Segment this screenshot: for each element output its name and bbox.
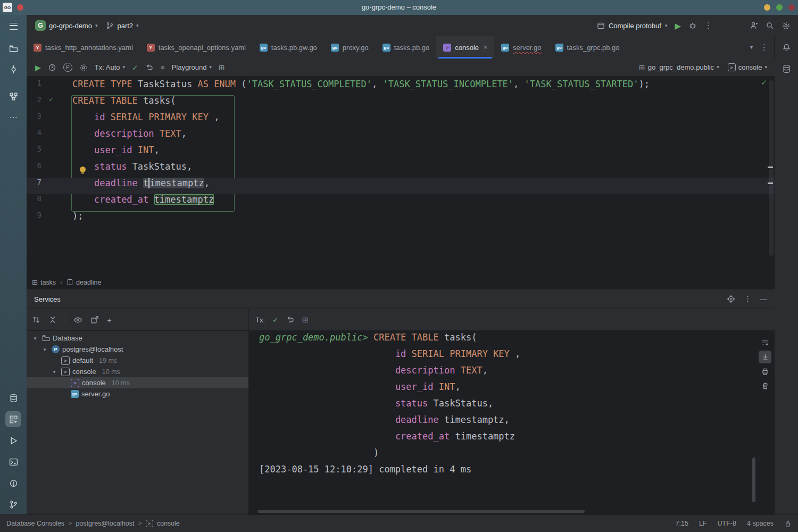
results-in-grid-button[interactable]: ⊞: [219, 63, 225, 72]
stop-button[interactable]: ■: [161, 63, 165, 71]
collapse-all-button[interactable]: [48, 315, 57, 324]
expand-all-button[interactable]: [32, 315, 40, 324]
chevron-down-icon[interactable]: ▾: [31, 336, 39, 341]
status-crumb-postgres-localhost[interactable]: postgres@localhost: [76, 520, 134, 527]
database-tool-button[interactable]: [5, 390, 21, 406]
code-line-4[interactable]: 4 description TEXT,: [27, 128, 775, 145]
indent-widget[interactable]: 4 spaces: [747, 520, 774, 527]
problems-tool-button[interactable]: [5, 475, 21, 491]
open-in-editor-button[interactable]: [90, 315, 99, 324]
tab-server-go[interactable]: goserver.go: [494, 36, 548, 59]
code-line-6[interactable]: 6 status TaskStatus,: [27, 161, 775, 178]
code-with-me-button[interactable]: [750, 21, 758, 30]
code-line-5[interactable]: 5 user_id INT,: [27, 145, 775, 161]
tab-console[interactable]: >console×: [436, 36, 494, 59]
schema-selector[interactable]: ⊞ go_grpc_demo.public ▾: [639, 63, 719, 72]
commit-tool-button[interactable]: [5, 61, 21, 77]
target-navigate-button[interactable]: [727, 295, 735, 303]
tab-tasks-pb-go[interactable]: gotasks.pb.go: [376, 36, 437, 59]
tab-tasks-grpc-pb-go[interactable]: gotasks_grpc.pb.go: [548, 36, 627, 59]
output-grid-button[interactable]: ⊞: [302, 315, 309, 324]
query-history-button[interactable]: [48, 63, 56, 72]
services-tool-button[interactable]: [5, 411, 21, 427]
breadcrumb-table[interactable]: ⊞ tasks: [32, 278, 56, 286]
console-settings-button[interactable]: [79, 63, 88, 72]
encoding-widget[interactable]: UTF-8: [718, 520, 736, 527]
caret-position-widget[interactable]: 7:15: [676, 520, 688, 527]
debug-button[interactable]: [688, 21, 697, 30]
playground-mode-selector[interactable]: Playground ▾: [172, 63, 212, 71]
output-rollback-button[interactable]: [286, 315, 295, 324]
soft-wrap-button[interactable]: [759, 336, 771, 349]
chevron-down-icon[interactable]: ▾: [50, 369, 59, 375]
tab-proxy-go[interactable]: goproxy.go: [324, 36, 376, 59]
commit-button[interactable]: ✓: [132, 63, 138, 72]
window-close-button[interactable]: [788, 4, 795, 11]
clear-output-button[interactable]: [759, 379, 771, 392]
database-tool-button-right[interactable]: [779, 61, 794, 76]
tree-item-default[interactable]: >default19 ms: [27, 355, 248, 366]
sql-editor[interactable]: 1CREATE TYPE TaskStatus AS ENUM ('TASK_S…: [27, 76, 775, 276]
parameters-button[interactable]: P: [63, 63, 72, 72]
execute-statement-button[interactable]: ▶: [35, 63, 41, 72]
output-commit-button[interactable]: ✓: [272, 315, 279, 324]
tab-tasks-http-annotations-yaml[interactable]: Ytasks_http_annotations.yaml: [27, 36, 140, 59]
more-tool-windows-button[interactable]: ⋯: [5, 110, 21, 126]
code-line-7[interactable]: 7 deadline timestamptz,: [27, 178, 775, 194]
write-access-lock-button[interactable]: [784, 520, 792, 527]
tab-options-button[interactable]: ⋮: [760, 43, 768, 52]
branch-selector[interactable]: part2 ▾: [102, 20, 143, 32]
chevron-down-icon[interactable]: ▾: [40, 347, 49, 352]
rollback-button[interactable]: [145, 63, 154, 72]
tab-close-icon[interactable]: ×: [484, 44, 487, 51]
status-crumb-database-consoles[interactable]: Database Consoles: [6, 520, 64, 527]
window-zoom-button[interactable]: [776, 4, 783, 11]
more-actions-button[interactable]: ⋮: [704, 21, 712, 30]
window-minimize-button[interactable]: [764, 4, 770, 11]
scroll-to-end-button[interactable]: [759, 351, 771, 363]
panel-options-button[interactable]: ⋮: [744, 294, 752, 304]
tree-item-database[interactable]: ▾Database: [27, 332, 248, 344]
run-button[interactable]: ▶: [675, 22, 681, 30]
tree-item-console[interactable]: >console10 ms: [27, 377, 248, 388]
print-button[interactable]: [759, 365, 771, 378]
project-tool-button[interactable]: [5, 40, 21, 56]
scrollbar-mark: [768, 182, 773, 184]
breadcrumb-column[interactable]: deadline: [66, 279, 101, 286]
search-everywhere-button[interactable]: [766, 21, 774, 30]
tx-mode-selector[interactable]: Tx: Auto ▾: [95, 63, 125, 71]
console-output-body[interactable]: go_grpc_demo.public> CREATE TABLE tasks(…: [249, 331, 775, 515]
code-line-3[interactable]: 3 id SERIAL PRIMARY KEY ,: [27, 112, 775, 128]
settings-button[interactable]: [782, 21, 791, 30]
output-tx-selector[interactable]: Tx:: [255, 316, 265, 324]
code-line-2[interactable]: 2✓CREATE TABLE tasks(: [27, 95, 775, 112]
run-configuration-selector[interactable]: Compile protobuf ▾: [597, 22, 668, 30]
show-options-eye-button[interactable]: [73, 315, 82, 325]
tree-item-console[interactable]: ▾>console10 ms: [27, 366, 248, 377]
status-crumb-console[interactable]: console: [157, 520, 180, 527]
panel-minimize-button[interactable]: —: [760, 295, 767, 303]
code-line-9[interactable]: 9);: [27, 211, 775, 227]
tab-list-chevron-icon[interactable]: ▾: [750, 45, 753, 50]
project-selector[interactable]: G go-grpc-demo ▾: [31, 18, 102, 33]
notifications-button[interactable]: [779, 40, 794, 55]
output-vertical-scrollbar[interactable]: [752, 458, 755, 502]
line-ending-widget[interactable]: LF: [699, 520, 707, 527]
editor-scrollbar[interactable]: [769, 80, 774, 256]
structure-tool-button[interactable]: [5, 88, 21, 104]
tab-tasks-openapi-options-yaml[interactable]: Ytasks_openapi_options.yaml: [140, 36, 253, 59]
session-selector[interactable]: > console ▾: [728, 63, 767, 71]
output-horizontal-scrollbar[interactable]: [257, 510, 585, 513]
services-header[interactable]: Services ⋮ —: [27, 289, 775, 309]
tab-tasks-pb-gw-go[interactable]: gotasks.pb.gw.go: [253, 36, 324, 59]
tree-item-server-go[interactable]: goserver.go: [27, 388, 248, 400]
tree-item-postgres-localhost[interactable]: ▾Ppostgres@localhost: [27, 344, 248, 355]
inspections-ok-icon[interactable]: ✓: [761, 78, 767, 87]
code-line-1[interactable]: 1CREATE TYPE TaskStatus AS ENUM ('TASK_S…: [27, 79, 775, 95]
main-menu-button[interactable]: [5, 18, 21, 34]
add-service-button[interactable]: +: [107, 315, 112, 325]
terminal-tool-button[interactable]: [5, 454, 21, 470]
run-tool-button[interactable]: [5, 433, 21, 448]
git-tool-button[interactable]: [5, 496, 21, 512]
code-line-8[interactable]: 8 created_at timestamptz: [27, 194, 775, 211]
